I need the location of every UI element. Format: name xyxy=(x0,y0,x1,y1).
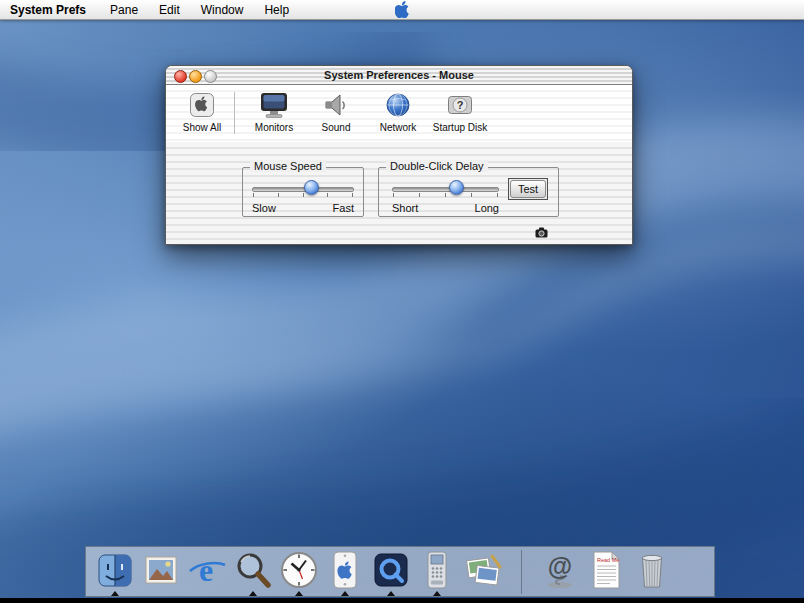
slider-tick xyxy=(497,193,498,197)
test-button-focus-ring: Test xyxy=(508,178,548,200)
mouse-speed-title: Mouse Speed xyxy=(250,160,326,172)
trash-icon xyxy=(632,550,672,590)
slider-track[interactable] xyxy=(392,187,499,192)
running-indicator xyxy=(341,591,349,596)
short-label: Short xyxy=(392,202,418,214)
slider-tick xyxy=(303,193,304,197)
menu-window[interactable]: Window xyxy=(201,3,244,17)
mouse-speed-slider[interactable] xyxy=(252,180,354,198)
music-player-icon xyxy=(417,550,457,590)
double-click-delay-slider[interactable] xyxy=(392,180,499,198)
apple-menu-icon[interactable] xyxy=(395,1,409,21)
dock-icon-sherlock[interactable] xyxy=(230,547,276,596)
slider-tick xyxy=(327,193,328,197)
dock-divider xyxy=(521,550,522,594)
slider-tick xyxy=(393,193,394,197)
slider-tick xyxy=(253,193,254,197)
dock-icon-image-capture[interactable] xyxy=(460,547,506,596)
svg-text:?: ? xyxy=(457,99,464,111)
finder-icon xyxy=(95,550,135,590)
globe-icon xyxy=(385,90,411,120)
dock-icon-internet-explorer[interactable]: e xyxy=(184,547,230,596)
zoom-button[interactable] xyxy=(204,70,217,83)
dock-icon-clock[interactable] xyxy=(276,547,322,596)
svg-text:e: e xyxy=(199,552,213,588)
double-click-delay-group: Double-Click Delay Short Long xyxy=(378,167,559,217)
quicktime-icon xyxy=(371,550,411,590)
window-titlebar[interactable]: System Preferences - Mouse xyxy=(166,66,632,85)
window-title: System Preferences - Mouse xyxy=(166,66,632,84)
running-indicator xyxy=(387,591,395,596)
toolbar-item-startup-disk[interactable]: ? Startup Disk xyxy=(429,90,491,133)
system-preferences-window: System Preferences - Mouse Show All xyxy=(165,65,633,245)
toolbar-item-label: Sound xyxy=(322,122,351,133)
dock-icon-mail-stamp[interactable] xyxy=(138,547,184,596)
system-prefs-icon xyxy=(325,550,365,590)
toolbar-item-label: Startup Disk xyxy=(433,122,487,133)
svg-text:@: @ xyxy=(548,552,572,580)
clock-icon xyxy=(279,550,319,590)
mouse-speed-labels: Slow Fast xyxy=(252,202,354,214)
dock-icon-quicktime[interactable] xyxy=(368,547,414,596)
stamp-icon xyxy=(141,550,181,590)
toolbar-item-monitors[interactable]: Monitors xyxy=(243,90,305,133)
slider-tick xyxy=(278,193,279,197)
fast-label: Fast xyxy=(333,202,354,214)
show-all-label: Show All xyxy=(183,122,221,133)
apple-icon xyxy=(395,1,409,18)
long-label: Long xyxy=(475,202,499,214)
slider-ticks xyxy=(393,193,498,197)
minimize-button[interactable] xyxy=(189,70,202,83)
speaker-icon xyxy=(323,90,349,120)
slider-tick xyxy=(419,193,420,197)
menu-pane[interactable]: Pane xyxy=(110,3,138,17)
test-button[interactable]: Test xyxy=(510,180,546,198)
dock-icon-trash[interactable] xyxy=(629,547,675,596)
toolbar-item-label: Network xyxy=(380,122,417,133)
double-click-delay-title: Double-Click Delay xyxy=(386,160,488,172)
running-indicator xyxy=(111,591,119,596)
ie-icon: e xyxy=(187,550,227,590)
slider-tick xyxy=(445,193,446,197)
dock-icon-mail[interactable]: @ xyxy=(537,547,583,596)
toolbar-item-network[interactable]: Network xyxy=(367,90,429,133)
app-menu-system-prefs[interactable]: System Prefs xyxy=(10,3,86,17)
menu-edit[interactable]: Edit xyxy=(159,3,180,17)
show-all-icon xyxy=(189,90,215,120)
camera-icon xyxy=(535,224,548,242)
toolbar-item-label: Monitors xyxy=(255,122,293,133)
running-indicator xyxy=(249,591,257,596)
close-button[interactable] xyxy=(174,70,187,83)
toolbar-separator xyxy=(234,92,235,134)
slider-tick xyxy=(352,193,353,197)
toolbar-item-sound[interactable]: Sound xyxy=(305,90,367,133)
running-indicator xyxy=(295,591,303,596)
dock-icon-read-me[interactable]: Read Me xyxy=(583,547,629,596)
startup-disk-icon: ? xyxy=(446,90,474,120)
double-click-delay-labels: Short Long xyxy=(392,202,499,214)
mouse-pane-content: Mouse Speed Slow Fast xyxy=(166,142,632,244)
at-icon: @ xyxy=(540,550,580,590)
dock-icon-music-player[interactable] xyxy=(414,547,460,596)
running-indicator xyxy=(433,591,441,596)
monitor-icon xyxy=(259,90,289,120)
dock-icon-finder[interactable] xyxy=(92,547,138,596)
show-all-button[interactable]: Show All xyxy=(172,90,232,133)
svg-text:Read Me: Read Me xyxy=(597,557,619,563)
dock-icon-system-preferences[interactable] xyxy=(322,547,368,596)
dock: e xyxy=(85,546,715,597)
menu-bar: System Prefs Pane Edit Window Help xyxy=(0,0,804,20)
slider-tick xyxy=(471,193,472,197)
preferences-toolbar: Show All Monitors xyxy=(166,85,632,147)
document-icon: Read Me xyxy=(586,550,626,590)
menu-help[interactable]: Help xyxy=(264,3,289,17)
sherlock-icon xyxy=(233,550,273,590)
slow-label: Slow xyxy=(252,202,276,214)
photos-icon xyxy=(463,550,503,590)
slider-track[interactable] xyxy=(252,187,354,192)
mouse-speed-group: Mouse Speed Slow Fast xyxy=(242,167,364,217)
desktop[interactable]: System Preferences - Mouse Show All xyxy=(0,20,804,598)
slider-ticks xyxy=(253,193,353,197)
